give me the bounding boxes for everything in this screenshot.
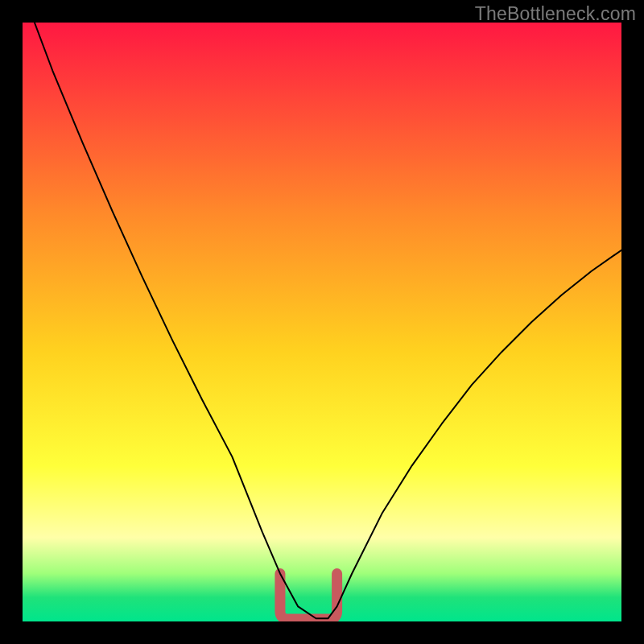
watermark-text: TheBottleneck.com xyxy=(475,3,636,25)
plot-area xyxy=(23,23,621,621)
bottleneck-chart xyxy=(23,23,621,621)
chart-stage: TheBottleneck.com xyxy=(0,0,644,644)
